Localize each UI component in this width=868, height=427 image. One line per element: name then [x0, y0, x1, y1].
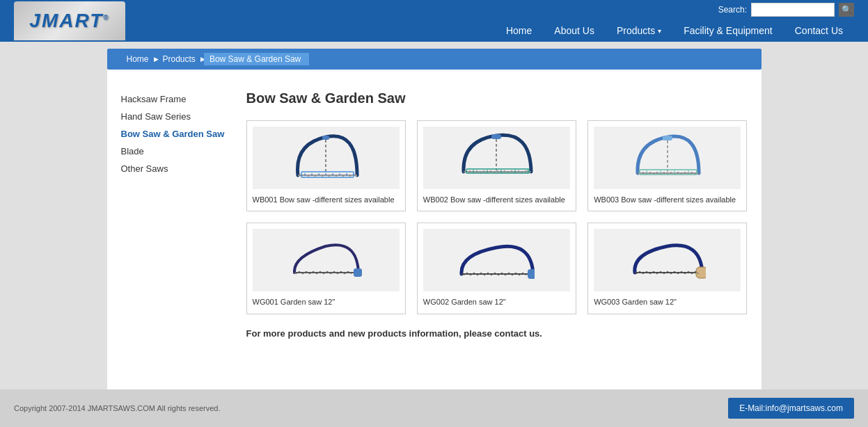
svg-rect-0 [322, 136, 329, 140]
product-card-wg002[interactable]: WG002 Garden saw 12" [417, 223, 576, 314]
product-grid: WB001 Bow saw -different sizes available [246, 120, 748, 314]
nav-facility[interactable]: Facility & Equipment [672, 22, 784, 39]
sidebar-item-othersaws[interactable]: Other Saws [121, 160, 232, 177]
logo-box: JMART® [14, 1, 125, 40]
logo-area: JMART® [14, 1, 125, 40]
sidebar-item-hacksaw[interactable]: Hacksaw Frame [121, 90, 232, 108]
sidebar-item-blade[interactable]: Blade [121, 143, 232, 160]
product-image-wg003 [594, 229, 741, 291]
svg-rect-10 [491, 134, 501, 139]
copyright-text: Copyright 2007-2014 JMARTSAWS.COM All ri… [14, 404, 221, 412]
product-card-wb001[interactable]: WB001 Bow saw -different sizes available [246, 120, 406, 211]
product-image-wb002 [423, 127, 570, 189]
product-card-wg003[interactable]: WG003 Garden saw 12" [587, 223, 747, 314]
product-card-wg001[interactable]: WG001 Garden saw 12" [246, 223, 406, 314]
footer: Copyright 2007-2014 JMARTSAWS.COM All ri… [0, 389, 868, 427]
breadcrumb: Home Products Bow Saw & Garden Saw [107, 49, 762, 70]
logo-text: JMART® [29, 10, 109, 32]
product-caption-wg001: WG001 Garden saw 12" [253, 297, 400, 307]
product-caption-wb002: WB002 Bow saw -different sizes available [423, 195, 570, 205]
sidebar-item-bowsaw[interactable]: Bow Saw & Garden Saw [121, 125, 232, 143]
sidebar: Hacksaw Frame Hand Saw Series Bow Saw & … [121, 83, 232, 376]
breadcrumb-home[interactable]: Home [121, 53, 157, 65]
nav-products[interactable]: Products ▾ [606, 22, 672, 39]
breadcrumb-products[interactable]: Products [157, 53, 204, 65]
search-input[interactable] [751, 3, 835, 17]
svg-rect-18 [663, 136, 672, 140]
product-image-wg001 [253, 229, 400, 291]
svg-rect-28 [528, 269, 535, 279]
footer-note: For more products and new products infor… [246, 328, 748, 339]
svg-rect-26 [354, 268, 362, 277]
nav-about[interactable]: About Us [543, 22, 606, 39]
product-card-wb003[interactable]: WB003 Bow saw -different sizes available [587, 120, 747, 211]
email-button[interactable]: E-Mail:info@jmartsaws.com [728, 398, 854, 419]
product-caption-wb003: WB003 Bow saw -different sizes available [594, 195, 741, 205]
search-button[interactable]: 🔍 [839, 3, 854, 17]
header: JMART® Search: 🔍 Home About Us Products … [0, 0, 868, 42]
main-wrapper: Hacksaw Frame Hand Saw Series Bow Saw & … [107, 70, 762, 389]
nav: Home About Us Products ▾ Facility & Equi… [495, 22, 854, 39]
product-card-wb002[interactable]: WB002 Bow saw -different sizes available [417, 120, 576, 211]
nav-contact[interactable]: Contact Us [784, 22, 854, 39]
product-caption-wg003: WG003 Garden saw 12" [594, 297, 741, 307]
nav-home[interactable]: Home [495, 22, 543, 39]
breadcrumb-current: Bow Saw & Garden Saw [204, 53, 309, 65]
search-label: Search: [718, 5, 747, 15]
products-dropdown-icon: ▾ [658, 27, 661, 35]
page-title: Bow Saw & Garden Saw [246, 90, 748, 106]
sidebar-item-handsaw[interactable]: Hand Saw Series [121, 108, 232, 125]
product-caption-wg002: WG002 Garden saw 12" [423, 297, 570, 307]
header-right: Search: 🔍 Home About Us Products ▾ Facil… [495, 3, 854, 39]
product-image-wb001 [253, 127, 400, 189]
search-area: Search: 🔍 [718, 3, 854, 17]
product-image-wb003 [594, 127, 741, 189]
content: Bow Saw & Garden Saw [246, 83, 748, 376]
product-image-wg002 [423, 229, 570, 291]
product-caption-wb001: WB001 Bow saw -different sizes available [253, 195, 400, 205]
